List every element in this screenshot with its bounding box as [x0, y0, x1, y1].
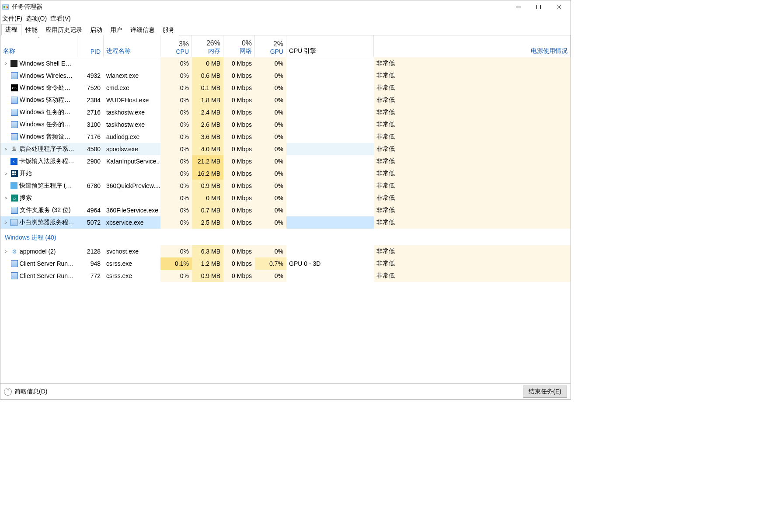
tab-4[interactable]: 用户 [106, 24, 126, 35]
process-row[interactable]: > ⌕ 搜索 0% 0 MB 0 Mbps 0% 非常低 [0, 192, 571, 204]
expand-toggle[interactable]: > [3, 196, 9, 201]
titlebar[interactable]: 任务管理器 [0, 0, 571, 14]
process-row[interactable]: 文件夹服务 (32 位) 4964 360FileService.exe 0% … [0, 204, 571, 216]
cell-power: 非常低 [374, 131, 571, 143]
process-row[interactable]: Windows Wireless ... 4932 wlanext.exe 0%… [0, 70, 571, 82]
process-row[interactable]: > 🖶 后台处理程序子系统... 4500 spoolsv.exe 0% 4.0… [0, 143, 571, 155]
process-row[interactable]: C:\ Windows 命令处理... 7520 cmd.exe 0% 0.1 … [0, 82, 571, 94]
process-row[interactable]: > 开始 0% 16.2 MB 0 Mbps 0% 非常低 [0, 167, 571, 180]
header-cpu[interactable]: 3%CPU [160, 35, 192, 57]
cell-pid: 5072 [77, 216, 104, 229]
process-row[interactable]: Windows 任务的主... 2716 taskhostw.exe 0% 2.… [0, 106, 571, 118]
cell-name: Windows 驱动程序... [0, 94, 77, 106]
tab-5[interactable]: 详细信息 [126, 24, 159, 35]
cell-process-exe: svchost.exe [104, 245, 160, 257]
cell-gpu: 0% [255, 167, 286, 180]
cell-pid: 4500 [77, 143, 104, 155]
cell-cpu: 0% [160, 192, 192, 204]
fewer-details-label: 简略信息(D) [14, 388, 47, 396]
expand-toggle[interactable]: > [3, 171, 9, 176]
maximize-button[interactable] [529, 0, 549, 14]
cell-cpu: 0% [160, 57, 192, 70]
cell-name: > 小白浏览器服务程序 ... [0, 216, 77, 229]
cell-gpu-engine [286, 131, 374, 143]
cell-network: 0 Mbps [223, 192, 255, 204]
process-row[interactable]: Windows 驱动程序... 2384 WUDFHost.exe 0% 1.8… [0, 94, 571, 106]
cell-cpu: 0% [160, 270, 192, 282]
process-row[interactable]: Client Server Runti... 772 csrss.exe 0% … [0, 270, 571, 282]
menu-options[interactable]: 选项(O) [26, 15, 47, 23]
cell-power: 非常低 [374, 257, 571, 270]
menu-view[interactable]: 查看(V) [50, 15, 71, 23]
cell-gpu-engine [286, 216, 374, 229]
header-gpu-engine[interactable]: GPU 引擎 [286, 35, 374, 57]
cell-gpu: 0% [255, 216, 286, 229]
app-icon [11, 121, 18, 128]
cell-power: 非常低 [374, 70, 571, 82]
header-gpu[interactable]: 2%GPU [255, 35, 286, 57]
end-task-button[interactable]: 结束任务(E) [523, 386, 567, 398]
minimize-button[interactable] [508, 0, 529, 14]
header-network[interactable]: 0%网络 [223, 35, 255, 57]
tab-2[interactable]: 应用历史记录 [42, 24, 86, 35]
process-row[interactable]: > 小白浏览器服务程序 ... 5072 xbservice.exe 0% 2.… [0, 216, 571, 229]
expand-toggle[interactable]: > [3, 61, 9, 66]
cell-gpu-engine [286, 155, 374, 167]
process-row[interactable]: Windows 任务的主... 3100 taskhostw.exe 0% 2.… [0, 118, 571, 131]
header-memory[interactable]: 26%内存 [192, 35, 223, 57]
cell-name: > 开始 [0, 167, 77, 180]
cell-network: 0 Mbps [223, 204, 255, 216]
process-name-label: Windows Shell Exp... [19, 60, 74, 67]
cell-name: > 🖶 后台处理程序子系统... [0, 143, 77, 155]
tab-0[interactable]: 进程 [1, 24, 21, 35]
cell-gpu: 0% [255, 155, 286, 167]
cell-network: 0 Mbps [223, 180, 255, 192]
tab-6[interactable]: 服务 [159, 24, 179, 35]
fewer-details-toggle[interactable]: ˅ 简略信息(D) [4, 388, 47, 396]
cell-gpu: 0% [255, 131, 286, 143]
cell-gpu-engine [286, 82, 374, 94]
header-name[interactable]: ˄ 名称 [0, 35, 77, 57]
expand-toggle[interactable]: > [3, 220, 9, 225]
cell-name: Windows 音频设备... [0, 131, 77, 143]
process-row[interactable]: 快速预览主程序 (32 ... 6780 360QuickPreview....… [0, 180, 571, 192]
svg-rect-10 [12, 174, 14, 175]
app-icon [11, 207, 18, 214]
cell-process-exe [104, 167, 160, 180]
cell-gpu-engine [286, 180, 374, 192]
header-pid[interactable]: PID [77, 35, 104, 57]
menu-file[interactable]: 文件(F) [2, 15, 22, 23]
app-icon [11, 260, 18, 267]
cell-power: 非常低 [374, 180, 571, 192]
process-row[interactable]: Windows 音频设备... 7176 audiodg.exe 0% 3.6 … [0, 131, 571, 143]
cell-memory: 2.6 MB [192, 118, 223, 131]
cell-name: ‹ 卡饭输入法服务程序 ... [0, 155, 77, 167]
process-name-label: appmodel (2) [20, 248, 56, 255]
cell-network: 0 Mbps [223, 143, 255, 155]
process-row[interactable]: Client Server Runti... 948 csrss.exe 0.1… [0, 257, 571, 270]
cell-gpu-engine [286, 167, 374, 180]
cell-process-exe: WUDFHost.exe [104, 94, 160, 106]
close-button[interactable] [549, 0, 569, 14]
cell-gpu-engine [286, 204, 374, 216]
process-row[interactable]: > ⚙ appmodel (2) 2128 svchost.exe 0% 6.3… [0, 245, 571, 257]
header-process-name[interactable]: 进程名称 [104, 35, 160, 57]
cell-cpu: 0% [160, 204, 192, 216]
cell-memory: 0.7 MB [192, 204, 223, 216]
tab-1[interactable]: 性能 [21, 24, 42, 35]
start-icon [11, 170, 18, 177]
process-row[interactable]: ‹ 卡饭输入法服务程序 ... 2900 KafanInputService..… [0, 155, 571, 167]
svg-rect-8 [12, 171, 14, 173]
cell-name: > ⚙ appmodel (2) [0, 245, 77, 257]
cell-process-exe: 360QuickPreview.... [104, 180, 160, 192]
process-row[interactable]: > Windows Shell Exp... 0% 0 MB 0 Mbps 0%… [0, 57, 571, 70]
cell-cpu: 0% [160, 245, 192, 257]
process-list[interactable]: > Windows Shell Exp... 0% 0 MB 0 Mbps 0%… [0, 57, 571, 383]
header-power[interactable]: 电源使用情况 [374, 35, 571, 57]
cell-pid [77, 167, 104, 180]
expand-toggle[interactable]: > [3, 147, 9, 152]
tab-3[interactable]: 启动 [86, 24, 106, 35]
expand-toggle[interactable]: > [3, 249, 9, 254]
cell-gpu: 0% [255, 180, 286, 192]
app-icon [10, 219, 17, 226]
